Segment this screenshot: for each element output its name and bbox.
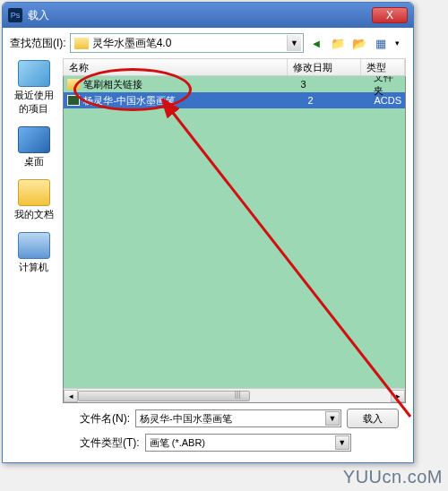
chevron-down-icon[interactable]: ▼ (325, 411, 340, 426)
app-icon: Ps (8, 8, 22, 22)
filename-input[interactable]: 杨灵华-中国水墨画笔 ▼ (135, 409, 341, 427)
close-button[interactable]: X (372, 7, 408, 23)
lookIn-row: 查找范围(I): 灵华水墨画笔4.0 ▼ ◄ 📁 📂 ▦ ▾ (10, 33, 406, 53)
horizontal-scrollbar[interactable]: ◂ ||| ▸ (64, 388, 405, 402)
place-desktop[interactable]: 桌面 (18, 126, 50, 168)
filetype-dropdown[interactable]: 画笔 (*.ABR) ▼ (145, 434, 351, 452)
scroll-thumb[interactable] (78, 391, 250, 401)
file-name: 杨灵华-中国水墨画笔 (83, 94, 300, 108)
computer-icon (18, 232, 50, 259)
filetype-value: 画笔 (*.ABR) (150, 436, 205, 450)
filetype-row: 文件类型(T): 画笔 (*.ABR) ▼ (80, 434, 406, 452)
lookIn-value: 灵华水墨画笔4.0 (92, 36, 172, 51)
lookIn-label: 查找范围(I): (10, 36, 66, 51)
place-desktop-label: 桌面 (18, 155, 50, 168)
folder-icon (67, 79, 80, 90)
filename-label: 文件名(N): (80, 411, 130, 426)
filename-value: 杨灵华-中国水墨画笔 (140, 412, 232, 426)
documents-icon (18, 179, 50, 206)
titlebar: Ps 载入 X (3, 3, 413, 28)
watermark: YUUcn.coM (343, 467, 443, 487)
file-row-selected[interactable]: 杨灵华-中国水墨画笔 2 ACDS (64, 92, 405, 108)
place-recent[interactable]: 最近使用的项目 (10, 60, 57, 116)
place-documents[interactable]: 我的文档 (14, 179, 54, 221)
place-computer[interactable]: 计算机 (18, 232, 50, 274)
place-computer-label: 计算机 (18, 261, 50, 274)
file-type: ACDS (374, 95, 401, 106)
load-button[interactable]: 载入 (347, 409, 399, 428)
filetype-label: 文件类型(T): (80, 435, 140, 451)
path-toolbar: ◄ 📁 📂 ▦ ▾ (307, 34, 406, 52)
chevron-down-icon[interactable]: ▼ (335, 435, 349, 450)
main-row: 最近使用的项目 桌面 我的文档 计算机 名称 修改日期 (10, 58, 406, 403)
folder-icon (74, 38, 89, 49)
abr-file-icon (67, 95, 80, 106)
up-folder-icon[interactable]: 📁 (329, 34, 347, 52)
place-documents-label: 我的文档 (14, 208, 54, 221)
window-title: 载入 (28, 8, 372, 23)
desktop-icon (18, 126, 50, 153)
filename-row: 文件名(N): 杨灵华-中国水墨画笔 ▼ 载入 (80, 409, 406, 428)
file-row-folder[interactable]: 笔刷相关链接 3 文件夹 (64, 76, 405, 92)
dialog-body: 查找范围(I): 灵华水墨画笔4.0 ▼ ◄ 📁 📂 ▦ ▾ 最近使用的项目 (3, 28, 413, 462)
file-list[interactable]: 笔刷相关链接 3 文件夹 杨灵华-中国水墨画笔 2 ACDS ◂ (63, 76, 406, 403)
recent-icon (18, 60, 50, 87)
chevron-down-icon[interactable]: ▼ (287, 35, 301, 51)
scroll-grip-icon: ||| (235, 390, 241, 399)
scroll-track[interactable]: ||| (78, 390, 391, 402)
file-pane: 名称 修改日期 类型 笔刷相关链接 3 文件夹 杨灵华-中国水墨画笔 2 (63, 58, 406, 403)
view-menu-icon[interactable]: ▦ (372, 34, 390, 52)
file-name: 笔刷相关链接 (83, 78, 300, 91)
places-bar: 最近使用的项目 桌面 我的文档 计算机 (10, 58, 57, 403)
scroll-left-icon[interactable]: ◂ (64, 390, 78, 402)
new-folder-icon[interactable]: 📂 (350, 34, 368, 52)
scroll-right-icon[interactable]: ▸ (391, 390, 405, 402)
view-menu-arrow-icon[interactable]: ▾ (388, 34, 406, 52)
back-icon[interactable]: ◄ (307, 34, 325, 52)
col-name[interactable]: 名称 (64, 59, 288, 75)
lookIn-dropdown[interactable]: 灵华水墨画笔4.0 ▼ (70, 33, 304, 53)
col-type[interactable]: 类型 (361, 59, 405, 75)
load-dialog: Ps 载入 X 查找范围(I): 灵华水墨画笔4.0 ▼ ◄ 📁 📂 ▦ ▾ (2, 2, 414, 463)
bottom-fields: 文件名(N): 杨灵华-中国水墨画笔 ▼ 载入 文件类型(T): 画笔 (*.A… (10, 403, 406, 457)
place-recent-label: 最近使用的项目 (10, 89, 57, 116)
file-date: 3 (300, 79, 374, 90)
column-headers: 名称 修改日期 类型 (63, 58, 406, 76)
file-date: 2 (300, 95, 374, 106)
col-date[interactable]: 修改日期 (288, 59, 361, 75)
